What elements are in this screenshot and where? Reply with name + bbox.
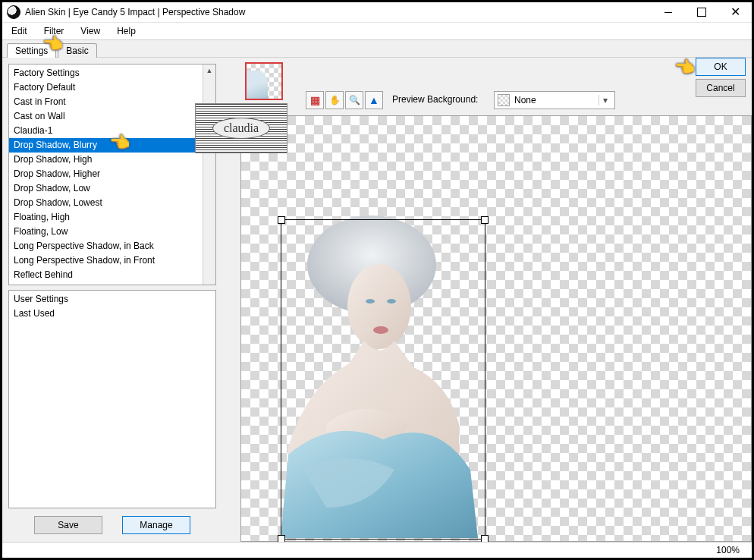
title-bar: Alien Skin | Eye Candy 5 Impact | Perspe… [2, 2, 752, 23]
menu-bar: Edit Filter View Help [2, 23, 752, 39]
resize-handle[interactable] [481, 535, 489, 542]
list-header: User Settings [9, 292, 203, 307]
watermark: claudia [195, 103, 287, 153]
list-item[interactable]: Drop Shadow, Low [9, 181, 203, 196]
user-presets-list[interactable]: User Settings Last Used [8, 290, 216, 508]
ok-button[interactable]: OK [696, 58, 746, 76]
list-item[interactable]: Drop Shadow, High [9, 153, 203, 167]
list-item[interactable]: Last Used [9, 307, 203, 321]
list-item[interactable]: Drop Shadow, Lowest [9, 196, 203, 210]
tab-basic[interactable]: Basic [58, 43, 96, 58]
list-item[interactable]: Reflect Behind [9, 268, 203, 282]
tool-marquee-button[interactable]: ▦ [306, 91, 324, 109]
cancel-button[interactable]: Cancel [696, 79, 746, 97]
resize-handle[interactable] [481, 216, 489, 224]
window-title: Alien Skin | Eye Candy 5 Impact | Perspe… [25, 7, 245, 17]
chevron-down-icon: ▾ [598, 95, 611, 105]
list-item-selected[interactable]: Drop Shadow, Blurry [9, 138, 203, 153]
hand-icon: ✋ [329, 95, 341, 105]
settings-panel: Factory Settings Factory Default Cast in… [2, 58, 222, 542]
window-minimize-button[interactable] [652, 3, 685, 21]
save-button[interactable]: Save [34, 516, 102, 534]
menu-edit[interactable]: Edit [8, 25, 30, 37]
list-item[interactable]: Factory Default [9, 80, 203, 95]
menu-help[interactable]: Help [114, 25, 139, 37]
tool-hand-button[interactable]: ✋ [325, 91, 344, 109]
list-item[interactable]: Drop Shadow, Higher [9, 167, 203, 181]
pointer-icon: ▲ [369, 94, 379, 106]
tool-zoom-button[interactable]: 🔍 [345, 91, 363, 109]
zoom-level: 100% [716, 545, 740, 555]
selection-box[interactable] [281, 219, 485, 540]
list-item[interactable]: Cast on Wall [9, 109, 203, 124]
preview-background-label: Preview Background: [392, 94, 478, 105]
list-item[interactable]: Cast in Front [9, 95, 203, 109]
scrollbar[interactable]: ▲ [203, 64, 215, 285]
list-item[interactable]: Floating, Low [9, 225, 203, 239]
tool-pointer-button[interactable]: ▲ [365, 91, 383, 109]
tabs-row: Settings Basic [2, 39, 752, 58]
window-close-button[interactable]: ✕ [718, 3, 752, 21]
tutorial-hand-icon: 👉 [43, 34, 64, 54]
app-icon [7, 5, 20, 19]
tutorial-hand-icon: 👈 [109, 133, 130, 153]
list-item[interactable]: Claudia-1 [9, 124, 203, 138]
preview-canvas[interactable] [240, 115, 752, 542]
list-item[interactable]: Floating, High [9, 210, 203, 225]
menu-view[interactable]: View [77, 25, 103, 37]
preview-panel: ▦ ✋ 🔍 ▲ Preview Background: None ▾ OK Ca… [222, 58, 752, 542]
tutorial-hand-icon: 👉 [675, 58, 696, 77]
status-bar: 100% [2, 542, 752, 558]
list-item[interactable]: Reflect in Front [9, 282, 203, 285]
window-maximize-button[interactable] [685, 3, 718, 21]
list-item[interactable]: Long Perspective Shadow, in Back [9, 239, 203, 253]
resize-handle[interactable] [278, 216, 285, 224]
preview-background-value: None [514, 95, 536, 105]
magnifier-icon: 🔍 [349, 95, 360, 105]
list-item[interactable]: Long Perspective Shadow, in Front [9, 253, 203, 268]
factory-presets-list[interactable]: Factory Settings Factory Default Cast in… [8, 64, 216, 285]
transparency-swatch-icon [498, 94, 510, 106]
resize-handle[interactable] [278, 535, 285, 542]
preview-background-select[interactable]: None ▾ [494, 91, 615, 109]
list-header: Factory Settings [9, 66, 203, 80]
scroll-up-icon[interactable]: ▲ [203, 64, 215, 77]
marquee-icon: ▦ [310, 94, 320, 106]
manage-button[interactable]: Manage [122, 516, 190, 534]
preview-thumbnail[interactable] [245, 62, 283, 100]
